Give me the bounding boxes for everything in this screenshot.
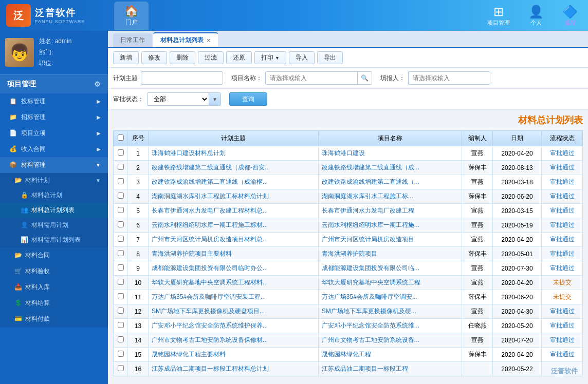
- row-date: 2020-08-13: [493, 161, 542, 175]
- tab-close-icon[interactable]: ×: [207, 36, 211, 44]
- action-workflow[interactable]: 🔷 流程: [558, 3, 582, 29]
- theme-input[interactable]: [141, 71, 223, 85]
- sidebar-item-material-settle[interactable]: 💲 材料结算: [0, 295, 108, 311]
- row-project[interactable]: 湖南洞庭湖水库引水工程施工标...: [318, 189, 462, 204]
- row-theme[interactable]: SM广场地下车库更换摄像机及硬盘项目...: [149, 304, 319, 319]
- row-check[interactable]: [114, 319, 128, 333]
- table-row: 14 广州市文物考古工地安防系统设备保修材... 广州市文物考古工地安防系统设备…: [114, 333, 583, 348]
- row-project[interactable]: 改建铁路线增建第二线直通线（成...: [318, 161, 462, 175]
- sidebar-section-title[interactable]: 项目管理 ⚙: [0, 75, 108, 93]
- row-project[interactable]: SM广场地下车库更换摄像机及硬...: [318, 304, 462, 319]
- row-check[interactable]: [114, 204, 128, 218]
- row-theme[interactable]: 广州市天河区统计局机房改造项目材料总...: [149, 233, 319, 247]
- row-theme[interactable]: 长春市伊通河水力发电厂改建工程材料总...: [149, 204, 319, 218]
- status-select[interactable]: 全部 审批通过 未提交 审批中: [147, 92, 209, 106]
- sidebar-item-tender[interactable]: 📁招标管理 ▶: [0, 109, 108, 125]
- sidebar-item-material-payment[interactable]: 💳 材料付款: [0, 311, 108, 327]
- sidebar-item-material-inspect[interactable]: 🛒 材料验收: [0, 263, 108, 279]
- sidebar-sub-total-list[interactable]: 👥 材料总计划列表: [0, 203, 108, 218]
- filler-input[interactable]: [408, 71, 490, 85]
- sidebar-sub-use-plan[interactable]: 👤 材料需用计划: [0, 218, 108, 233]
- tab-daily-work[interactable]: 日常工作: [113, 33, 152, 47]
- row-project[interactable]: 广州市天河区统计局机房改造项目: [318, 233, 462, 247]
- row-project[interactable]: 青海洪湖养护院项目: [318, 247, 462, 261]
- row-theme[interactable]: 广州市文物考古工地安防系统设备保修材...: [149, 333, 319, 348]
- row-check[interactable]: [114, 189, 128, 204]
- row-project[interactable]: 珠海鹤港口建设: [318, 146, 462, 161]
- row-check[interactable]: [114, 333, 128, 348]
- projects-icon: ⊞: [493, 5, 504, 19]
- row-check[interactable]: [114, 233, 128, 247]
- import-button[interactable]: 导入: [289, 51, 315, 64]
- row-project[interactable]: 广安邓小平纪念馆安全防范系统维...: [318, 319, 462, 333]
- row-project[interactable]: 长春市伊通河水力发电厂改建工程: [318, 204, 462, 218]
- row-check[interactable]: [114, 261, 128, 276]
- sidebar-sub-material-plan[interactable]: 📂材料计划 ▼: [0, 173, 108, 188]
- action-projects[interactable]: ⊞ 项目管理: [483, 3, 514, 29]
- row-project[interactable]: 晟铭园林绿化工程: [318, 348, 462, 362]
- sidebar-item-project-setup[interactable]: 📄项目立项 ▶: [0, 125, 108, 141]
- row-project[interactable]: 华软大厦研究基地中央空调系统工程: [318, 276, 462, 290]
- row-theme[interactable]: 改建铁路线增建第二线直通线（成都-西安...: [149, 161, 319, 175]
- row-project[interactable]: 成都能源建设集团投资有限公司临...: [318, 261, 462, 276]
- select-all-checkbox[interactable]: [118, 135, 124, 141]
- row-check[interactable]: [114, 218, 128, 233]
- arrow-down-icon: ▼: [96, 162, 101, 168]
- row-check[interactable]: [114, 304, 128, 319]
- row-theme[interactable]: 晟铭园林绿化工程主要材料: [149, 348, 319, 362]
- tab-material-list[interactable]: 材料总计划列表 ×: [153, 32, 218, 47]
- row-theme[interactable]: 湖南洞庭湖水库引水工程施工标材料总计划: [149, 189, 319, 204]
- sidebar-item-income[interactable]: 💰收入合同 ▶: [0, 141, 108, 157]
- new-button[interactable]: 新增: [113, 51, 139, 64]
- action-personal[interactable]: 👤 个人: [524, 3, 548, 29]
- row-theme[interactable]: 改建铁路成渝线增建第二直通线（成渝枢...: [149, 175, 319, 189]
- row-seq: 7: [128, 233, 149, 247]
- row-theme[interactable]: 青海洪湖养护院项目主要材料: [149, 247, 319, 261]
- row-project[interactable]: 改建铁路成渝线增建第二直通线（...: [318, 175, 462, 189]
- project-search-icon-btn[interactable]: 🔍: [358, 71, 372, 85]
- project-input[interactable]: [265, 71, 358, 85]
- row-theme[interactable]: 万达广场35#会所及咖啡厅空调安装工程...: [149, 290, 319, 304]
- row-check[interactable]: [114, 348, 128, 362]
- row-project[interactable]: 云南水利枢纽绍明水库一期工程施...: [318, 218, 462, 233]
- row-editor: 宣燕: [462, 218, 493, 233]
- sidebar-item-material-contract[interactable]: 📂 材料合同: [0, 247, 108, 263]
- row-theme[interactable]: 华软大厦研究基地中央空调系统工程材料...: [149, 276, 319, 290]
- row-check[interactable]: [114, 146, 128, 161]
- row-check[interactable]: [114, 362, 128, 376]
- row-project[interactable]: 江苏成品油二期项目一标段工程: [318, 362, 462, 376]
- row-check[interactable]: [114, 161, 128, 175]
- delete-button[interactable]: 删除: [170, 51, 195, 64]
- col-date: 日期: [493, 131, 542, 146]
- filter-button[interactable]: 过滤: [198, 51, 224, 64]
- restore-button[interactable]: 还原: [226, 51, 252, 64]
- sidebar-sub-total-plan[interactable]: 🔒 材料总计划: [0, 188, 108, 203]
- sidebar-item-bidding[interactable]: 📋投标管理 ▶: [0, 93, 108, 109]
- row-check[interactable]: [114, 290, 128, 304]
- print-button[interactable]: 打印 ▼: [254, 51, 286, 64]
- home-icon: 🏠: [124, 5, 138, 18]
- sidebar-item-material-storage[interactable]: 📥 材料入库: [0, 279, 108, 295]
- export-button[interactable]: 导出: [317, 51, 343, 64]
- row-theme[interactable]: 云南水利枢纽绍明水库一期工程施工标材...: [149, 218, 319, 233]
- sidebar-item-material[interactable]: 📦材料管理 ▼: [0, 157, 108, 173]
- row-theme[interactable]: 广安邓小平纪念馆安全防范系统维护保养...: [149, 319, 319, 333]
- row-editor: 宣燕: [462, 146, 493, 161]
- row-date: 2020-05-20: [493, 319, 542, 333]
- row-theme[interactable]: 成都能源建设集团投资有限公司临时办公...: [149, 261, 319, 276]
- row-check[interactable]: [114, 175, 128, 189]
- search-button[interactable]: 查询: [229, 92, 267, 106]
- row-project[interactable]: 广州市文物考古工地安防系统设备...: [318, 333, 462, 348]
- row-check[interactable]: [114, 276, 128, 290]
- edit-button[interactable]: 修改: [141, 51, 167, 64]
- row-seq: 11: [128, 290, 149, 304]
- row-theme[interactable]: 江苏成品油二期项目一标段工程材料总计划: [149, 362, 319, 376]
- row-editor: 宣燕: [462, 304, 493, 319]
- nav-home-tab[interactable]: 🏠 门户: [114, 2, 149, 30]
- row-status: 未提交: [542, 276, 583, 290]
- row-project[interactable]: 万达广场35#会所及咖啡厅空调安...: [318, 290, 462, 304]
- sidebar-sub-use-list[interactable]: 📊 材料需用计划列表: [0, 233, 108, 247]
- col-status: 流程状态: [542, 131, 583, 146]
- row-theme[interactable]: 珠海鹤港口建设材料总计划: [149, 146, 319, 161]
- row-check[interactable]: [114, 247, 128, 261]
